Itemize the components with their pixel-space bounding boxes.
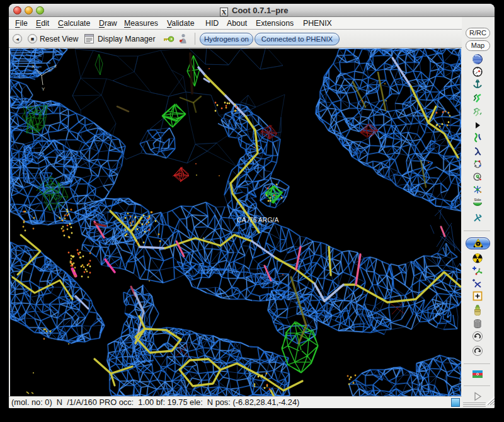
- svg-text:Side: Side: [474, 198, 481, 202]
- svg-text:Y: Y: [42, 86, 45, 92]
- svg-text:z: z: [54, 63, 57, 69]
- svg-text:CA /76 ARG/A: CA /76 ARG/A: [237, 216, 279, 224]
- svg-text:X: X: [32, 64, 35, 69]
